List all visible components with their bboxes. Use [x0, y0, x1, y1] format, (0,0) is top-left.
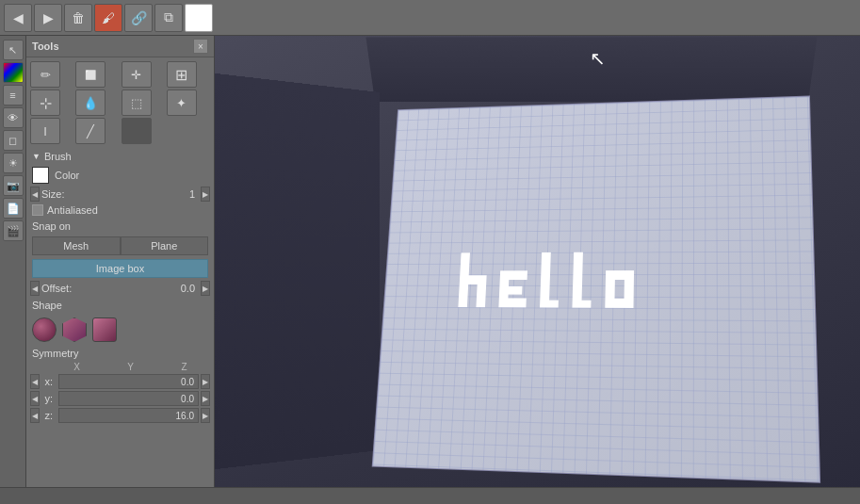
brush-button[interactable]: 🖌: [94, 4, 122, 32]
layers-button[interactable]: ⧉: [154, 4, 183, 32]
sym-x-increase[interactable]: ▶: [201, 374, 210, 389]
trash-button[interactable]: 🗑: [64, 4, 92, 32]
tool-select-rect[interactable]: ⬚: [122, 89, 152, 116]
shape-label: Shape: [32, 300, 62, 311]
brush-arrow: ▼: [32, 152, 41, 161]
svg-rect-13: [605, 270, 615, 308]
snap-mesh-button[interactable]: Mesh: [32, 236, 121, 255]
left-icon-layers2[interactable]: ≡: [3, 85, 24, 106]
back-button[interactable]: ◀: [4, 4, 32, 32]
svg-rect-10: [572, 301, 591, 308]
tool-line[interactable]: ╱: [75, 118, 105, 144]
tool-dark-square[interactable]: [122, 118, 152, 144]
sym-y-header: Y: [105, 362, 156, 372]
snap-row: Snap on: [26, 218, 214, 235]
tool-eyedropper[interactable]: 💧: [75, 89, 105, 116]
svg-rect-6: [498, 298, 526, 307]
color-white-button[interactable]: [185, 4, 213, 32]
sym-x-decrease[interactable]: ◀: [30, 374, 40, 389]
tool-select-star[interactable]: ✦: [167, 89, 197, 116]
scene-top-face: [365, 37, 817, 102]
offset-decrease-button[interactable]: ◀: [30, 281, 40, 296]
snap-label: Snap on: [32, 220, 71, 232]
shape-cube-button[interactable]: [62, 317, 87, 342]
tools-panel-header: Tools ×: [26, 36, 214, 57]
size-label: Size:: [41, 188, 89, 200]
sym-x-value: 0.0: [58, 374, 199, 389]
left-iconbar: ↖ ■ ≡ 👁 ◻ ☀ 📷 📄 🎬: [0, 36, 26, 487]
size-increase-button[interactable]: ▶: [201, 187, 210, 202]
tool-text-cursor[interactable]: I: [30, 118, 60, 144]
tool-cube3d[interactable]: ⬜: [75, 61, 105, 88]
tool-grid[interactable]: ⊞: [167, 61, 197, 88]
snap-buttons: Mesh Plane: [26, 235, 214, 257]
svg-rect-9: [572, 252, 582, 308]
hello-svg: [443, 242, 753, 438]
tools-panel: Tools × ✏ ⬜ ✛ ⊞ ⊹ 💧 ⬚ ✦ I ╱ ▼ Brush Colo…: [26, 36, 215, 487]
offset-row: ◀ Offset: 0.0 ▶: [26, 280, 214, 297]
sym-y-decrease[interactable]: ◀: [30, 391, 40, 406]
sym-z-decrease[interactable]: ◀: [30, 408, 40, 423]
sym-z-label: z:: [41, 410, 57, 421]
top-toolbar: ◀ ▶ 🗑 🖌 🔗 ⧉: [0, 0, 860, 36]
sym-x-header: X: [51, 362, 103, 372]
sym-z-increase[interactable]: ▶: [201, 408, 210, 423]
symmetry-label: Symmetry: [32, 348, 79, 359]
scene-left-face: [215, 73, 380, 470]
svg-rect-2: [476, 275, 486, 307]
left-icon-colors[interactable]: ■: [3, 62, 24, 83]
forward-button[interactable]: ▶: [34, 4, 62, 32]
hello-text-area: [402, 232, 798, 449]
color-row: Color: [26, 165, 214, 186]
brush-label: Brush: [44, 151, 72, 162]
svg-rect-7: [540, 252, 551, 308]
symmetry-header: Symmetry: [26, 346, 214, 361]
left-icon-eye[interactable]: 👁: [3, 107, 24, 128]
brush-section-label: ▼ Brush: [26, 148, 214, 165]
antialiased-row: Antialiased: [26, 203, 214, 218]
size-decrease-button[interactable]: ◀: [30, 187, 40, 202]
antialiased-checkbox[interactable]: [32, 204, 43, 216]
tool-transform[interactable]: ✛: [122, 61, 152, 88]
sym-z-header: Z: [158, 362, 210, 372]
sym-z-value: 16.0: [58, 408, 199, 423]
size-value: 1: [90, 188, 199, 200]
antialiased-label: Antialiased: [47, 204, 98, 216]
sym-x-row: ◀ x: 0.0 ▶: [26, 373, 214, 390]
tool-pencil[interactable]: ✏: [30, 61, 60, 88]
left-icon-cube[interactable]: ◻: [3, 130, 24, 151]
main-area: ↖ ■ ≡ 👁 ◻ ☀ 📷 📄 🎬 Tools × ✏ ⬜ ✛ ⊞ ⊹ 💧 ⬚ …: [0, 36, 860, 487]
svg-rect-14: [624, 270, 634, 308]
shape-sphere-button[interactable]: [32, 317, 57, 342]
sym-y-value: 0.0: [58, 391, 199, 406]
tool-move[interactable]: ⊹: [30, 89, 60, 116]
color-swatch[interactable]: [32, 167, 49, 184]
tools-close-button[interactable]: ×: [193, 39, 208, 54]
imagebox-button[interactable]: Image box: [32, 259, 208, 278]
size-row: ◀ Size: 1 ▶: [26, 186, 214, 203]
sym-y-label: y:: [41, 393, 57, 404]
svg-rect-5: [499, 286, 522, 295]
snap-plane-button[interactable]: Plane: [121, 236, 209, 255]
status-bar: [0, 487, 860, 504]
viewport[interactable]: ↖: [215, 36, 860, 487]
left-icon-cursor[interactable]: ↖: [3, 40, 24, 60]
left-icon-camera[interactable]: 📷: [3, 175, 24, 196]
sym-x-label: x:: [41, 376, 57, 387]
left-icon-file[interactable]: 📄: [3, 198, 24, 219]
shape-cylinder-button[interactable]: [92, 317, 117, 342]
offset-label: Offset:: [41, 283, 89, 294]
svg-rect-8: [540, 301, 559, 308]
shape-row: [26, 314, 214, 346]
shape-section-label: Shape: [26, 297, 214, 314]
sym-z-row: ◀ z: 16.0 ▶: [26, 407, 214, 424]
link-button[interactable]: 🔗: [124, 4, 153, 32]
left-icon-sun[interactable]: ☀: [3, 153, 24, 173]
sym-y-increase[interactable]: ▶: [201, 391, 210, 406]
left-icon-film[interactable]: 🎬: [3, 220, 24, 241]
color-label: Color: [55, 170, 79, 181]
offset-increase-button[interactable]: ▶: [201, 281, 210, 296]
tools-grid: ✏ ⬜ ✛ ⊞ ⊹ 💧 ⬚ ✦ I ╱: [26, 57, 214, 148]
sym-y-row: ◀ y: 0.0 ▶: [26, 390, 214, 407]
scene-front-face: [372, 96, 820, 483]
